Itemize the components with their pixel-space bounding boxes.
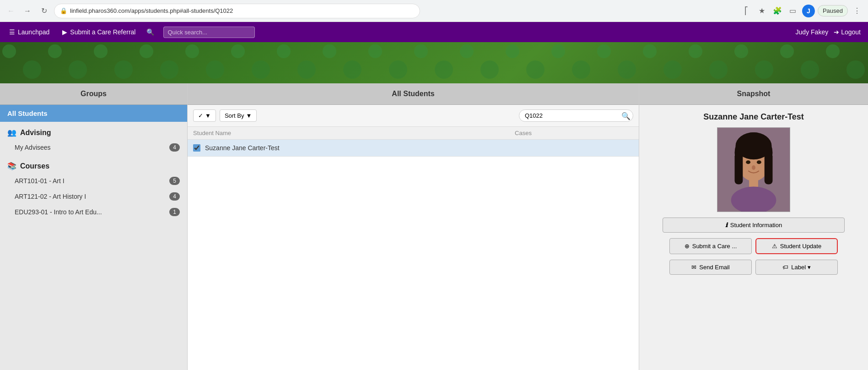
sidebar-item-edu293[interactable]: EDU293-01 - Intro to Art Edu... 1 [0, 204, 187, 220]
address-text: linfield.pharos360.com/apps/students.php… [70, 7, 414, 14]
care-icon: ▶ [62, 28, 67, 36]
svg-point-8 [746, 160, 750, 164]
launchpad-link[interactable]: ☰ Launchpad [7, 28, 51, 36]
menu-button[interactable]: ⋮ [851, 5, 863, 17]
student-info-button[interactable]: ℹ Student Information [663, 218, 845, 233]
lock-icon: 🔒 [60, 7, 67, 14]
dropdown-arrow-icon: ▼ [205, 112, 211, 119]
svg-point-9 [757, 160, 761, 164]
sidebar-title: Groups [0, 83, 187, 105]
middle-panel: All Students ✓ ▼ Sort By ▼ 🔍 Student Nam… [188, 83, 639, 370]
search-submit-button[interactable]: 🔍 [621, 111, 631, 120]
snapshot-student-name: Suzanne Jane Carter-Test [703, 112, 804, 122]
advising-icon: 👥 [7, 128, 16, 137]
quick-search-input[interactable] [163, 27, 255, 38]
my-advisees-badge: 4 [169, 143, 180, 152]
sidebar-all-students[interactable]: All Students [0, 105, 187, 122]
snapshot-panel: Snapshot Suzanne Jane Carter-Test [639, 83, 868, 370]
student-search-input[interactable] [519, 109, 633, 122]
svg-point-10 [752, 165, 755, 170]
svg-rect-5 [765, 152, 773, 184]
student-checkbox[interactable] [193, 144, 200, 152]
submit-care-button[interactable]: ⊕ Submit a Care ... [669, 238, 752, 254]
student-photo-svg [717, 127, 790, 212]
sidebar-item-art121[interactable]: ART121-02 - Art History I 4 [0, 189, 187, 204]
hamburger-icon: ☰ [9, 28, 15, 36]
reload-button[interactable]: ↻ [38, 5, 50, 17]
student-photo [717, 127, 790, 212]
logout-link[interactable]: ➔ Logout [834, 28, 861, 36]
forward-button[interactable]: → [21, 5, 34, 17]
snapshot-content: Suzanne Jane Carter-Test [639, 105, 868, 370]
email-icon: ✉ [691, 264, 696, 271]
back-button[interactable]: ← [5, 5, 17, 17]
sidebar: Groups All Students 👥 Advising My Advise… [0, 83, 188, 370]
profile-circle[interactable]: J [802, 5, 815, 17]
care-referral-link[interactable]: ▶ Submit a Care Referral [60, 28, 137, 36]
student-update-button[interactable]: ⚠ Student Update [755, 238, 838, 254]
middle-toolbar: ✓ ▼ Sort By ▼ 🔍 [188, 105, 639, 127]
sidebar-item-my-advisees[interactable]: My Advisees 4 [0, 140, 187, 155]
courses-section-header: 📚 Courses [0, 155, 187, 173]
search-icon: 🔍 [146, 28, 154, 36]
sort-by-button[interactable]: Sort By ▼ [220, 109, 257, 122]
extensions-button[interactable]: 🧩 [771, 5, 784, 17]
alert-icon: ⚠ [772, 243, 777, 250]
svg-rect-4 [735, 152, 743, 184]
info-icon: ℹ [725, 222, 728, 229]
paused-button[interactable]: Paused [818, 5, 848, 16]
checkbox-icon: ✓ [198, 112, 203, 119]
courses-icon: 📚 [7, 162, 16, 170]
checkbox-dropdown-button[interactable]: ✓ ▼ [193, 109, 216, 122]
share-button[interactable]: ⎡ [740, 5, 753, 17]
col-student-name: Student Name [193, 130, 413, 136]
send-email-button[interactable]: ✉ Send Email [669, 260, 752, 275]
address-bar[interactable]: 🔒 linfield.pharos360.com/apps/students.p… [54, 4, 420, 18]
main-layout: Groups All Students 👥 Advising My Advise… [0, 83, 868, 370]
art121-badge: 4 [169, 192, 180, 201]
edu293-badge: 1 [169, 208, 180, 216]
browser-chrome: ← → ↻ 🔒 linfield.pharos360.com/apps/stud… [0, 0, 868, 22]
snapshot-action-row-1: ⊕ Submit a Care ... ⚠ Student Update [647, 238, 861, 254]
app-nav: ☰ Launchpad ▶ Submit a Care Referral 🔍 J… [0, 22, 868, 42]
advising-section-header: 👥 Advising [0, 122, 187, 140]
sidebar-item-art101[interactable]: ART101-01 - Art I 5 [0, 173, 187, 189]
browser-actions: ⎡ ★ 🧩 ▭ J Paused ⋮ [740, 5, 863, 17]
sidebar-toggle-button[interactable]: ▭ [787, 5, 799, 17]
sort-chevron-icon: ▼ [246, 112, 252, 119]
snapshot-title: Snapshot [639, 83, 868, 105]
art101-badge: 5 [169, 177, 180, 185]
snapshot-action-row-2: ✉ Send Email 🏷 Label ▾ [647, 260, 861, 275]
col-cases: Cases [413, 130, 633, 136]
bookmark-button[interactable]: ★ [755, 5, 768, 17]
label-icon: 🏷 [782, 264, 788, 271]
nav-username: Judy Fakey [796, 28, 829, 36]
search-container: 🔍 [519, 109, 633, 122]
student-row[interactable]: Suzanne Jane Carter-Test [188, 140, 639, 157]
nav-right: Judy Fakey ➔ Logout [796, 28, 861, 36]
table-header: Student Name Cases [188, 127, 639, 140]
logout-icon: ➔ [834, 28, 839, 36]
label-button[interactable]: 🏷 Label ▾ [755, 260, 838, 275]
all-students-title: All Students [188, 83, 639, 105]
student-name-cell: Suzanne Jane Carter-Test [205, 144, 633, 152]
care-submit-icon: ⊕ [685, 243, 690, 250]
hero-image [0, 42, 868, 83]
